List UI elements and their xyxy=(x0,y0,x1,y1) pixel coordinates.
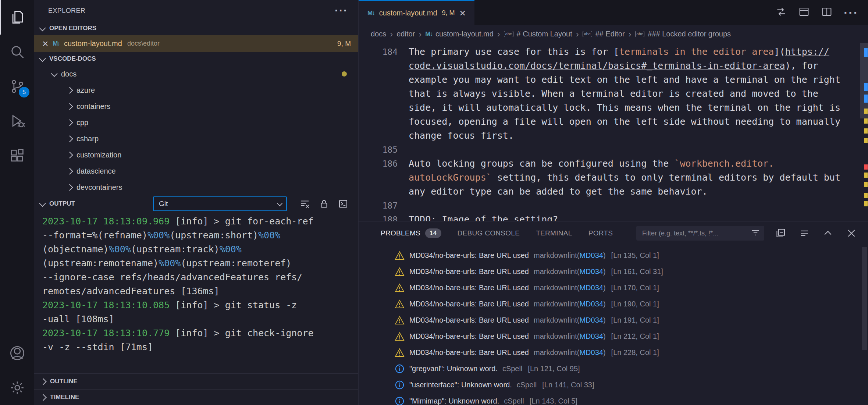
activity-explorer[interactable] xyxy=(0,0,34,35)
problem-code-link[interactable]: MD034 xyxy=(579,316,603,324)
problem-location: [Ln 143, Col 5] xyxy=(530,397,577,405)
problem-row[interactable]: MD034/no-bare-urls: Bare URL usedmarkdow… xyxy=(359,296,868,312)
problems-list[interactable]: MD034/no-bare-urls: Bare URL usedmarkdow… xyxy=(359,245,868,405)
panel-tab-terminal[interactable]: TERMINAL xyxy=(536,229,572,237)
output-line: --ignore-case refs/heads/advancedFeature… xyxy=(42,270,358,284)
output-log[interactable]: 2023-10-17 18:13:09.969 [info] > git for… xyxy=(34,212,358,373)
tree-item-csharp[interactable]: csharp xyxy=(34,131,358,147)
problem-code-link[interactable]: MD034 xyxy=(579,267,603,276)
panel-tab-debug-console[interactable]: DEBUG CONSOLE xyxy=(458,229,520,237)
chevron-right-icon xyxy=(40,378,46,385)
problem-row[interactable]: "Mimimap": Unknown word.cSpell[Ln 143, C… xyxy=(359,393,868,405)
breadcrumb-item[interactable]: docs xyxy=(371,30,386,38)
problem-row[interactable]: MD034/no-bare-urls: Bare URL usedmarkdow… xyxy=(359,344,868,360)
breadcrumb-item[interactable]: ### Locked editor groups xyxy=(635,30,731,38)
code-token: ]( xyxy=(774,46,785,57)
problem-code-link[interactable]: MD034 xyxy=(579,284,603,292)
problem-code-link[interactable]: MD034 xyxy=(579,348,603,357)
breadcrumb-item[interactable]: editor xyxy=(396,30,415,38)
problem-source: cSpell xyxy=(502,365,522,373)
chevron-right-icon xyxy=(40,394,46,401)
scrollbar-thumb[interactable] xyxy=(862,247,867,350)
output-line: --format=%(refname)%00%(upstream:short)%… xyxy=(42,228,358,242)
maximize-panel-icon[interactable] xyxy=(822,228,833,239)
line-number xyxy=(359,185,398,199)
code-token: TODO: Image of the setting? xyxy=(409,214,558,221)
problem-location: [Ln 161, Col 31] xyxy=(611,267,663,276)
problem-row[interactable]: MD034/no-bare-urls: Bare URL usedmarkdow… xyxy=(359,312,868,328)
tree-item-docs[interactable]: docs xyxy=(34,66,358,82)
activity-extensions[interactable] xyxy=(0,138,34,173)
overview-ruler[interactable] xyxy=(860,43,868,221)
open-editor-item[interactable]: custom-layout.md docs\editor 9, M xyxy=(34,35,358,52)
code-line-text: example you may want to edit text on the… xyxy=(398,73,840,87)
activity-accounts[interactable] xyxy=(0,336,34,370)
output-line: 2023-10-17 18:13:09.969 [info] > git for… xyxy=(42,214,358,228)
tree-item-containers[interactable]: containers xyxy=(34,98,358,114)
problem-row[interactable]: MD034/no-bare-urls: Bare URL usedmarkdow… xyxy=(359,247,868,263)
output-channel-select[interactable]: Git xyxy=(153,196,287,211)
problem-source: markdownlint(MD034) xyxy=(534,300,606,308)
clear-output-icon[interactable] xyxy=(299,198,310,209)
section-open-editors[interactable]: OPEN EDITORS xyxy=(34,21,358,35)
more-actions-icon[interactable] xyxy=(844,11,858,14)
panel-tab-ports[interactable]: PORTS xyxy=(588,229,613,237)
problem-code-link[interactable]: MD034 xyxy=(579,300,603,308)
tree-item-cpp[interactable]: cpp xyxy=(34,114,358,131)
tree-item-azure[interactable]: azure xyxy=(34,82,358,98)
problem-row[interactable]: MD034/no-bare-urls: Bare URL usedmarkdow… xyxy=(359,263,868,280)
breadcrumb-item[interactable]: ## Editor xyxy=(583,30,625,38)
problem-code-link[interactable]: MD034 xyxy=(579,332,603,341)
close-panel-icon[interactable] xyxy=(846,228,857,239)
warning-icon xyxy=(395,251,405,260)
code-line: side, it will automatically lock. This m… xyxy=(359,101,868,115)
panel-tab-label: PROBLEMS xyxy=(381,229,420,237)
more-actions-icon[interactable] xyxy=(335,9,348,13)
close-icon[interactable] xyxy=(42,39,48,49)
problem-row[interactable]: MD034/no-bare-urls: Bare URL usedmarkdow… xyxy=(359,280,868,296)
open-preview-icon[interactable] xyxy=(798,6,810,19)
problem-row[interactable]: "gregvanl": Unknown word.cSpell[Ln 121, … xyxy=(359,360,868,377)
activity-run-and-debug[interactable] xyxy=(0,104,34,138)
activity-source-control[interactable]: 5 xyxy=(0,69,34,104)
problems-filter-input[interactable] xyxy=(641,229,750,238)
split-editor-icon[interactable] xyxy=(821,6,833,19)
line-number: 184 xyxy=(359,45,398,59)
tree-item-customization[interactable]: customization xyxy=(34,147,358,163)
filter-icon[interactable] xyxy=(750,228,761,238)
section-workspace[interactable]: VSCODE-DOCS xyxy=(34,52,358,66)
close-icon[interactable] xyxy=(460,8,466,18)
markdown-file-icon xyxy=(53,40,60,47)
panel-tab-problems[interactable]: PROBLEMS 14 xyxy=(381,228,441,238)
open-changes-icon[interactable] xyxy=(775,6,787,19)
editor-content[interactable]: 184The primary use case for this is for … xyxy=(359,43,868,221)
problems-rows: MD034/no-bare-urls: Bare URL usedmarkdow… xyxy=(359,247,868,405)
output-text: --ignore-case refs/heads/advancedFeature… xyxy=(42,272,302,283)
collapse-all-icon[interactable] xyxy=(775,228,786,239)
section-outline[interactable]: OUTLINE xyxy=(34,373,358,389)
breadcrumb-item[interactable]: # Custom Layout xyxy=(504,30,572,38)
open-output-in-editor-icon[interactable] xyxy=(338,198,349,209)
problem-location: [Ln 228, Col 1] xyxy=(611,348,659,357)
tree-item-datascience[interactable]: datascience xyxy=(34,163,358,179)
tab-bar: custom-layout.md 9, M xyxy=(359,0,868,25)
tree-item-label: containers xyxy=(77,102,110,111)
lock-icon[interactable] xyxy=(319,198,330,209)
tab-badge: 9, M xyxy=(442,9,455,17)
view-as-table-icon[interactable] xyxy=(799,228,810,239)
section-timeline[interactable]: TIMELINE xyxy=(34,389,358,405)
ruler-mark xyxy=(864,48,868,57)
line-number xyxy=(359,171,398,185)
tab-custom-layout[interactable]: custom-layout.md 9, M xyxy=(359,0,474,25)
activity-manage[interactable] xyxy=(0,370,34,405)
chevron-down-icon[interactable] xyxy=(39,200,46,206)
code-line: 186Auto locking groups can be configured… xyxy=(359,157,868,171)
gear-icon xyxy=(9,380,25,396)
tree-item-devcontainers[interactable]: devcontainers xyxy=(34,179,358,195)
problem-row[interactable]: MD034/no-bare-urls: Bare URL usedmarkdow… xyxy=(359,328,868,344)
breadcrumb-item[interactable]: custom-layout.md xyxy=(425,30,494,38)
problem-code-link[interactable]: MD034 xyxy=(579,251,603,260)
output-text: %00% xyxy=(258,230,280,241)
problem-row[interactable]: "userinterface": Unknown word.cSpell[Ln … xyxy=(359,377,868,393)
activity-search[interactable] xyxy=(0,35,34,69)
